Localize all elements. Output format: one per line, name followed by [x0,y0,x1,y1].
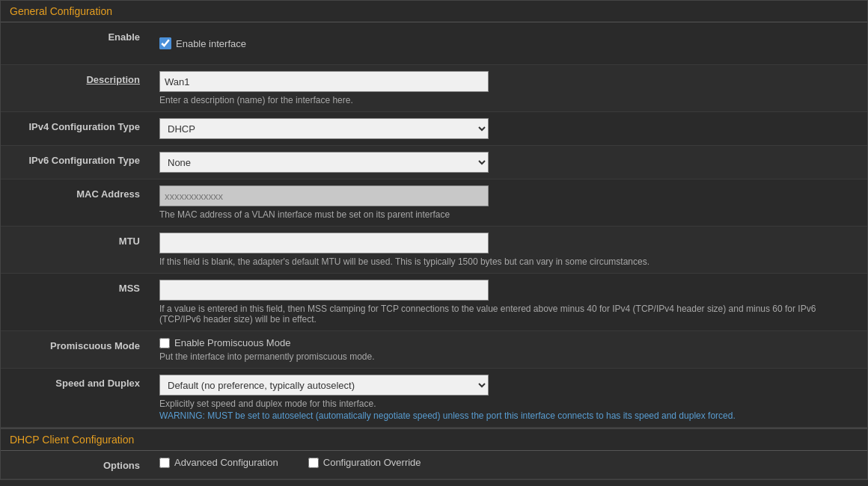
promiscuous-row: Promiscuous Mode Enable Promiscuous Mode… [1,331,867,369]
dhcp-options-row: Options Advanced Configuration Configura… [1,451,867,479]
dhcp-options-label: Options [1,451,150,479]
speed-duplex-label: Speed and Duplex [1,369,150,396]
general-config-header: General Configuration [1,1,867,22]
config-override-label: Configuration Override [323,457,421,468]
dhcp-config-header: DHCP Client Configuration [1,429,867,451]
config-override-checkbox[interactable] [308,458,319,468]
speed-duplex-content: Default (no preference, typically autose… [150,369,867,427]
mss-row: MSS If a value is entered in this field,… [1,274,867,331]
speed-duplex-hint: Explicitly set speed and duplex mode for… [159,399,858,409]
advanced-config-label: Advanced Configuration [174,457,278,468]
enable-label: Enable [1,22,150,50]
ipv4-label: IPv4 Configuration Type [1,112,150,140]
promiscuous-content: Enable Promiscuous Mode Put the interfac… [150,331,867,368]
mac-hint: The MAC address of a VLAN interface must… [159,209,858,220]
ipv6-select[interactable]: None DHCP6 Static SLAAC [159,152,489,173]
promiscuous-mode-label: Enable Promiscuous Mode [174,337,290,348]
ipv6-row: IPv6 Configuration Type None DHCP6 Stati… [1,146,867,179]
mss-label: MSS [1,274,150,301]
mtu-row: MTU If this field is blank, the adapter'… [1,227,867,274]
config-override-option: Configuration Override [308,457,421,468]
speed-duplex-warning: WARNING: MUST be set to autoselect (auto… [159,410,858,421]
dhcp-config-section: DHCP Client Configuration Options Advanc… [0,428,868,480]
mac-label: MAC Address [1,179,150,207]
mtu-input[interactable] [159,233,489,253]
description-row: Description Enter a description (name) f… [1,65,867,112]
dhcp-options-content: Advanced Configuration Configuration Ove… [150,451,867,474]
description-label: Description [1,65,150,93]
mac-input[interactable] [159,185,489,206]
mac-content: The MAC address of a VLAN interface must… [150,179,867,226]
mtu-label: MTU [1,227,150,254]
ipv6-label: IPv6 Configuration Type [1,146,150,173]
description-content: Enter a description (name) for the inter… [150,65,867,111]
enable-row: Enable Enable interface [1,22,867,65]
description-hint: Enter a description (name) for the inter… [159,95,858,105]
promiscuous-checkbox[interactable] [159,338,170,348]
enable-content: Enable interface [150,22,867,64]
mac-row: MAC Address The MAC address of a VLAN in… [1,179,867,227]
mss-hint: If a value is entered in this field, the… [159,304,858,324]
speed-duplex-row: Speed and Duplex Default (no preference,… [1,369,867,428]
ipv4-row: IPv4 Configuration Type DHCP Static PPPo… [1,112,867,146]
enable-interface-label: Enable interface [176,38,246,49]
mss-input[interactable] [159,280,489,301]
speed-duplex-select[interactable]: Default (no preference, typically autose… [159,375,489,396]
mtu-hint: If this field is blank, the adapter's de… [159,256,858,267]
promiscuous-hint: Put the interface into permanently promi… [159,351,858,362]
ipv4-select[interactable]: DHCP Static PPPoE None [159,118,489,139]
description-input[interactable] [159,71,489,92]
mss-content: If a value is entered in this field, the… [150,274,867,330]
advanced-config-checkbox[interactable] [159,458,170,468]
general-config-section: General Configuration Enable Enable inte… [0,0,868,428]
ipv6-content: None DHCP6 Static SLAAC [150,146,867,179]
promiscuous-label: Promiscuous Mode [1,331,150,359]
ipv4-content: DHCP Static PPPoE None [150,112,867,145]
advanced-config-option: Advanced Configuration [159,457,278,468]
mtu-content: If this field is blank, the adapter's de… [150,227,867,273]
enable-interface-checkbox[interactable] [159,37,171,49]
